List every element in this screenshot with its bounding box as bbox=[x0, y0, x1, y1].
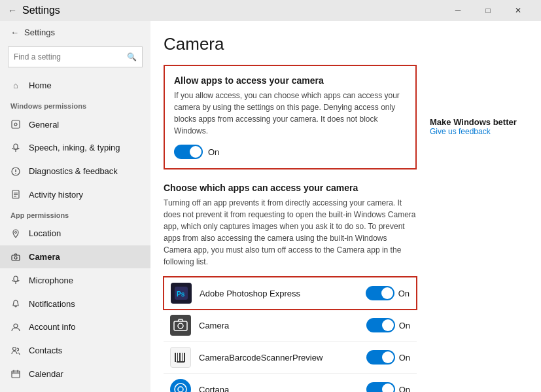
barcode-toggle-row: On bbox=[366, 350, 410, 365]
photoshop-icon: Ps bbox=[171, 283, 192, 304]
svg-rect-0 bbox=[12, 120, 20, 128]
cortana-app-name: Cortana bbox=[199, 385, 366, 393]
app-row-photoshop: Ps Adobe Photoshop Express On bbox=[163, 276, 417, 310]
home-icon: ⌂ bbox=[10, 80, 21, 90]
titlebar-controls: ─ □ ✕ bbox=[443, 0, 533, 21]
sidebar-item-diagnostics[interactable]: Diagnostics & feedback bbox=[0, 160, 150, 183]
minimize-button[interactable]: ─ bbox=[443, 0, 473, 21]
barcode-icon bbox=[170, 347, 191, 368]
sidebar-settings-label: Settings bbox=[24, 27, 55, 37]
activity-icon bbox=[10, 189, 21, 200]
account-icon bbox=[10, 322, 21, 332]
sidebar-item-notifications[interactable]: Notifications bbox=[0, 292, 150, 315]
camera-icon bbox=[10, 252, 21, 262]
sidebar-item-contacts[interactable]: Contacts bbox=[0, 339, 150, 363]
sidebar-item-location[interactable]: Location bbox=[0, 222, 150, 245]
svg-point-11 bbox=[15, 231, 17, 233]
search-icon: 🔍 bbox=[127, 52, 137, 62]
allow-description: If you allow access, you can choose whic… bbox=[174, 90, 406, 137]
camera-app-toggle[interactable] bbox=[366, 318, 395, 332]
microphone-icon bbox=[10, 275, 21, 285]
svg-point-26 bbox=[178, 323, 183, 329]
notifications-icon bbox=[10, 298, 21, 309]
back-icon[interactable]: ← bbox=[8, 5, 17, 16]
photoshop-toggle-row: On bbox=[366, 286, 410, 300]
allow-camera-toggle[interactable] bbox=[174, 145, 203, 159]
sidebar-speech-label: Speech, inking, & typing bbox=[29, 143, 120, 152]
titlebar-title: Settings bbox=[22, 5, 60, 16]
right-panel: Make Windows better Give us feedback bbox=[417, 65, 521, 392]
search-box[interactable]: 🔍 bbox=[8, 46, 143, 67]
main-column: Allow apps to access your camera If you … bbox=[164, 65, 417, 392]
allow-camera-box: Allow apps to access your camera If you … bbox=[164, 65, 417, 169]
page-title: Camera bbox=[164, 34, 521, 54]
windows-permissions-section-label: Windows permissions bbox=[0, 97, 150, 113]
speech-icon bbox=[10, 143, 21, 153]
app-row-cortana: Cortana On bbox=[164, 374, 417, 392]
sidebar-diagnostics-label: Diagnostics & feedback bbox=[29, 166, 118, 176]
make-windows-better-label: Make Windows better bbox=[430, 117, 521, 127]
apps-section-description: Turning off an app prevents it from dire… bbox=[164, 197, 417, 268]
sidebar-contacts-label: Contacts bbox=[29, 346, 62, 355]
sidebar-item-general[interactable]: General bbox=[0, 113, 150, 136]
app-body: ← Settings 🔍 ⌂ Home Windows permissions … bbox=[0, 21, 541, 392]
location-icon bbox=[10, 228, 21, 239]
svg-text:Ps: Ps bbox=[177, 291, 185, 298]
svg-rect-14 bbox=[14, 276, 18, 281]
back-arrow-icon: ← bbox=[10, 27, 19, 37]
give-feedback-link[interactable]: Give us feedback bbox=[430, 127, 521, 136]
svg-point-1 bbox=[14, 123, 17, 126]
diagnostics-icon bbox=[10, 166, 21, 177]
search-input[interactable] bbox=[14, 52, 127, 62]
sidebar-item-camera[interactable]: Camera bbox=[0, 245, 150, 269]
titlebar-left: ← Settings bbox=[8, 5, 60, 16]
barcode-app-name: CameraBarcodeScannerPreview bbox=[199, 353, 366, 363]
app-permissions-section-label: App permissions bbox=[0, 206, 150, 222]
app-row-barcode: CameraBarcodeScannerPreview On bbox=[164, 342, 417, 374]
svg-rect-30 bbox=[182, 353, 183, 362]
svg-point-17 bbox=[13, 347, 16, 351]
sidebar: ← Settings 🔍 ⌂ Home Windows permissions … bbox=[0, 21, 150, 392]
main-content: Camera Allow apps to access your camera … bbox=[150, 21, 541, 392]
svg-rect-29 bbox=[179, 353, 181, 362]
svg-rect-28 bbox=[177, 353, 178, 362]
sidebar-back-button[interactable]: ← Settings bbox=[0, 21, 150, 44]
sidebar-item-calendar[interactable]: Calendar bbox=[0, 362, 150, 385]
sidebar-home-label: Home bbox=[29, 80, 52, 90]
svg-point-34 bbox=[178, 387, 183, 392]
photoshop-toggle[interactable] bbox=[366, 286, 394, 300]
close-button[interactable]: ✕ bbox=[503, 0, 533, 21]
titlebar: ← Settings ─ □ ✕ bbox=[0, 0, 541, 21]
sidebar-item-speech[interactable]: Speech, inking, & typing bbox=[0, 136, 150, 160]
barcode-toggle-label: On bbox=[399, 353, 410, 363]
camera-app-icon bbox=[170, 315, 191, 336]
maximize-button[interactable]: □ bbox=[473, 0, 503, 21]
cortana-toggle[interactable] bbox=[366, 382, 395, 392]
sidebar-calendar-label: Calendar bbox=[29, 369, 63, 379]
svg-point-33 bbox=[175, 383, 186, 392]
allow-title: Allow apps to access your camera bbox=[174, 75, 406, 86]
svg-rect-31 bbox=[184, 353, 185, 362]
allow-toggle-row: On bbox=[174, 145, 406, 159]
sidebar-activity-label: Activity history bbox=[29, 190, 83, 200]
sidebar-item-home[interactable]: ⌂ Home bbox=[0, 74, 150, 98]
svg-rect-27 bbox=[175, 353, 176, 362]
sidebar-microphone-label: Microphone bbox=[29, 276, 73, 285]
sidebar-notifications-label: Notifications bbox=[29, 299, 75, 309]
photoshop-app-name: Adobe Photoshop Express bbox=[200, 289, 366, 298]
calendar-icon bbox=[10, 368, 21, 379]
barcode-toggle[interactable] bbox=[366, 350, 395, 365]
sidebar-location-label: Location bbox=[29, 228, 61, 238]
cortana-toggle-row: On bbox=[366, 382, 410, 392]
app-row-camera: Camera On bbox=[164, 310, 417, 342]
content-inner: Allow apps to access your camera If you … bbox=[164, 65, 521, 392]
camera-app-name: Camera bbox=[199, 321, 366, 330]
app-list: Ps Adobe Photoshop Express On bbox=[164, 276, 417, 392]
sidebar-item-microphone[interactable]: Microphone bbox=[0, 268, 150, 292]
svg-rect-25 bbox=[174, 321, 187, 330]
svg-rect-32 bbox=[177, 361, 184, 363]
svg-rect-2 bbox=[14, 144, 18, 149]
sidebar-item-activity[interactable]: Activity history bbox=[0, 183, 150, 206]
svg-point-13 bbox=[14, 257, 17, 259]
sidebar-item-account[interactable]: Account info bbox=[0, 315, 150, 339]
